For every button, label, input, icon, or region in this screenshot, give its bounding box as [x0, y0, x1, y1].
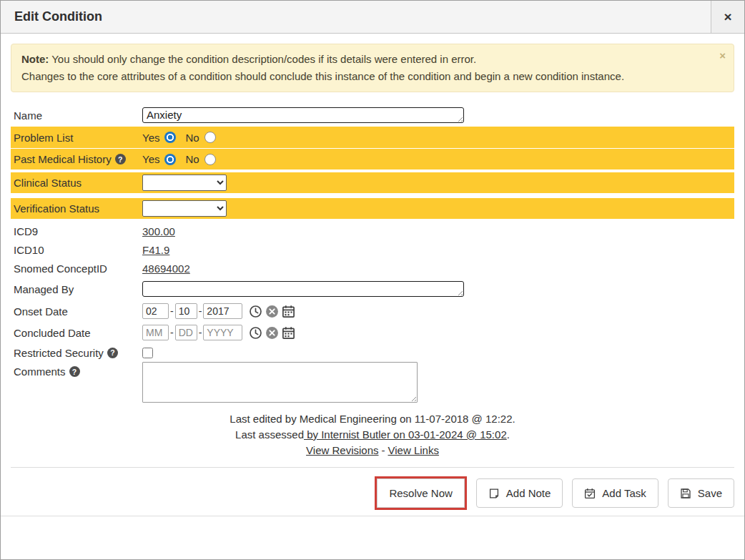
- name-label-text: Name: [14, 109, 42, 122]
- problem-list-yes-text: Yes: [142, 132, 159, 144]
- past-medical-history-label: Past Medical History ?: [11, 153, 142, 165]
- icd9-link[interactable]: 300.00: [142, 225, 175, 237]
- verification-status-label-text: Verification Status: [14, 202, 99, 215]
- last-edited-line: Last edited by Medical Engineering on 11…: [11, 411, 734, 427]
- time-picker-icon[interactable]: [249, 305, 262, 318]
- meta-links-line: View Revisions-View Links: [11, 443, 734, 458]
- concluded-year-input[interactable]: [203, 325, 242, 340]
- task-calendar-icon: [584, 488, 596, 499]
- comments-textarea[interactable]: [142, 362, 418, 403]
- calendar-icon[interactable]: [282, 305, 295, 318]
- save-icon: [680, 488, 691, 499]
- comments-label: Comments ?: [11, 365, 142, 378]
- help-icon[interactable]: ?: [115, 154, 126, 164]
- concluded-date-label-text: Concluded Date: [14, 327, 91, 339]
- last-assessed-line: Last assessed by Internist Butler on 03-…: [11, 427, 734, 443]
- last-assessed-prefix: Last assessed: [235, 428, 304, 441]
- restricted-security-label-text: Restricted Security: [14, 347, 104, 359]
- date-separator: -: [199, 305, 202, 317]
- note-banner: Note: You should only change the conditi…: [11, 44, 734, 92]
- onset-date-label: Onset Date: [11, 305, 142, 318]
- field-row-verification-status: Verification Status: [11, 198, 734, 219]
- clear-date-icon[interactable]: [265, 305, 279, 318]
- concluded-date-label: Concluded Date: [11, 327, 142, 339]
- concluded-month-input[interactable]: [142, 325, 169, 340]
- field-row-restricted-security: Restricted Security ?: [11, 343, 734, 362]
- onset-date-label-text: Onset Date: [14, 305, 68, 318]
- clear-date-icon[interactable]: [265, 326, 279, 340]
- field-row-icd9: ICD9 300.00: [11, 222, 734, 240]
- onset-year-input[interactable]: [203, 303, 242, 319]
- view-revisions-link[interactable]: View Revisions: [306, 444, 378, 456]
- add-task-label: Add Task: [602, 487, 646, 499]
- field-row-past-medical-history: Past Medical History ? Yes No: [11, 149, 734, 170]
- snomed-link[interactable]: 48694002: [142, 262, 190, 275]
- modal-title: Edit Condition: [14, 9, 711, 24]
- concluded-day-input[interactable]: [175, 325, 197, 340]
- icd9-label: ICD9: [11, 225, 142, 237]
- close-button[interactable]: ×: [711, 1, 744, 33]
- snomed-label: Snomed ConceptID: [11, 262, 142, 275]
- modal-header: Edit Condition ×: [1, 1, 744, 34]
- field-row-comments: Comments ?: [11, 362, 734, 403]
- name-label: Name: [11, 109, 142, 122]
- note-dismiss-button[interactable]: ×: [719, 49, 726, 62]
- icd10-label: ICD10: [11, 244, 142, 256]
- problem-list-yes-radio[interactable]: [164, 132, 176, 143]
- note-line-1: Note: You should only change the conditi…: [21, 51, 709, 68]
- add-task-button[interactable]: Add Task: [572, 478, 658, 508]
- clinical-status-label-text: Clinical Status: [14, 177, 82, 189]
- name-input[interactable]: Anxiety: [142, 107, 464, 123]
- save-label: Save: [698, 487, 722, 499]
- icd10-label-text: ICD10: [14, 244, 44, 256]
- field-row-problem-list: Problem List Yes No: [11, 127, 734, 148]
- verification-status-select[interactable]: [142, 200, 227, 217]
- resolve-now-label: Resolve Now: [389, 487, 452, 499]
- note-dismiss-icon: ×: [719, 49, 726, 62]
- managed-by-input[interactable]: [142, 281, 464, 297]
- resolve-now-annotation: Resolve Now: [375, 476, 466, 510]
- save-button[interactable]: Save: [668, 478, 734, 508]
- past-medical-history-yes-radio[interactable]: [164, 154, 176, 165]
- links-separator: -: [382, 444, 385, 456]
- note-text-1: You should only change the condition des…: [49, 53, 476, 65]
- close-icon: ×: [724, 9, 731, 24]
- field-row-name: Name Anxiety: [11, 104, 734, 127]
- field-row-snomed: Snomed ConceptID 48694002: [11, 259, 734, 277]
- modal-body: Note: You should only change the conditi…: [1, 34, 744, 516]
- comments-label-text: Comments: [14, 365, 66, 378]
- clinical-status-select[interactable]: [142, 175, 227, 191]
- restricted-security-checkbox[interactable]: [142, 348, 153, 358]
- managed-by-label: Managed By: [11, 283, 142, 295]
- problem-list-no-radio[interactable]: [204, 132, 216, 143]
- modal-footer: [1, 516, 744, 559]
- field-row-icd10: ICD10 F41.9: [11, 240, 734, 259]
- date-separator: -: [170, 305, 174, 317]
- resolve-now-button[interactable]: Resolve Now: [377, 478, 464, 508]
- help-icon[interactable]: ?: [69, 366, 80, 377]
- add-note-label: Add Note: [506, 487, 551, 499]
- snomed-label-text: Snomed ConceptID: [14, 262, 107, 275]
- past-medical-history-no-text: No: [185, 153, 199, 165]
- add-note-button[interactable]: Add Note: [476, 478, 563, 508]
- date-separator: -: [199, 327, 202, 338]
- meta-section: Last edited by Medical Engineering on 11…: [11, 411, 734, 458]
- past-medical-history-yes-text: Yes: [142, 153, 159, 165]
- last-assessed-suffix: .: [507, 428, 510, 441]
- past-medical-history-no-radio[interactable]: [204, 154, 216, 165]
- onset-month-input[interactable]: [142, 303, 169, 319]
- problem-list-label-text: Problem List: [14, 132, 73, 144]
- past-medical-history-label-text: Past Medical History: [14, 153, 112, 165]
- field-row-managed-by: Managed By: [11, 277, 734, 300]
- last-assessed-link[interactable]: by Internist Butler on 03-01-2024 @ 15:0…: [304, 428, 507, 441]
- help-icon[interactable]: ?: [107, 348, 118, 358]
- managed-by-label-text: Managed By: [14, 283, 74, 295]
- problem-list-label: Problem List: [11, 132, 142, 144]
- icd10-link[interactable]: F41.9: [142, 244, 169, 256]
- note-line-2: Changes to the core attributes of a cond…: [21, 68, 709, 85]
- onset-day-input[interactable]: [175, 303, 197, 319]
- time-picker-icon[interactable]: [249, 326, 262, 340]
- field-row-clinical-status: Clinical Status: [11, 172, 734, 193]
- view-links-link[interactable]: View Links: [388, 444, 439, 456]
- calendar-icon[interactable]: [282, 326, 295, 340]
